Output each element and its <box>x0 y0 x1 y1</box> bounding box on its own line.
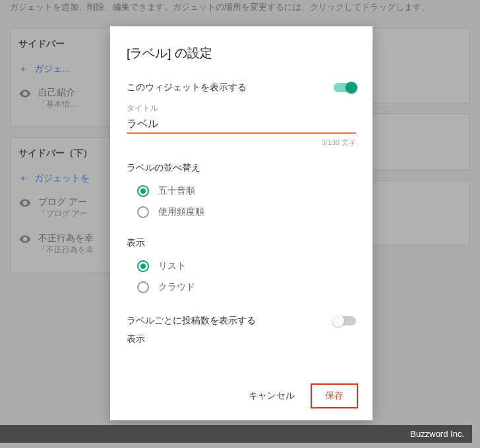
watermark: Buzzword Inc. <box>0 425 472 443</box>
radio-icon <box>137 185 149 197</box>
char-count: 3/100 文字 <box>127 138 356 148</box>
radio-label: クラウド <box>158 281 195 293</box>
cancel-button[interactable]: キャンセル <box>245 385 299 407</box>
modal-footer: キャンセル 保存 <box>110 373 373 420</box>
post-count-toggle[interactable] <box>334 316 356 325</box>
label-settings-modal: [ラベル] の設定 このウィジェットを表示する タイトル 3/100 文字 ラベ… <box>110 26 373 420</box>
sort-option-alpha[interactable]: 五十音順 <box>137 181 356 202</box>
show-section-title: 表示 <box>127 333 356 345</box>
title-input[interactable] <box>127 114 356 134</box>
radio-icon <box>137 281 149 293</box>
radio-label: 五十音順 <box>158 185 195 197</box>
modal-title: [ラベル] の設定 <box>110 26 373 69</box>
display-option-cloud[interactable]: クラウド <box>137 277 356 298</box>
save-button[interactable]: 保存 <box>311 383 358 408</box>
radio-icon <box>137 260 149 272</box>
display-option-list[interactable]: リスト <box>137 256 356 277</box>
radio-label: リスト <box>158 260 186 272</box>
show-widget-label: このウィジェットを表示する <box>127 82 247 94</box>
radio-label: 使用頻度順 <box>158 206 204 218</box>
title-field-label: タイトル <box>127 103 356 114</box>
show-widget-toggle[interactable] <box>334 83 356 92</box>
sort-section-title: ラベルの並べ替え <box>127 162 356 174</box>
sort-option-freq[interactable]: 使用頻度順 <box>137 202 356 223</box>
display-section-title: 表示 <box>127 237 356 249</box>
post-count-label: ラベルごとに投稿数を表示する <box>127 315 256 327</box>
modal-body[interactable]: このウィジェットを表示する タイトル 3/100 文字 ラベルの並べ替え 五十音… <box>110 69 373 373</box>
radio-icon <box>137 206 149 218</box>
